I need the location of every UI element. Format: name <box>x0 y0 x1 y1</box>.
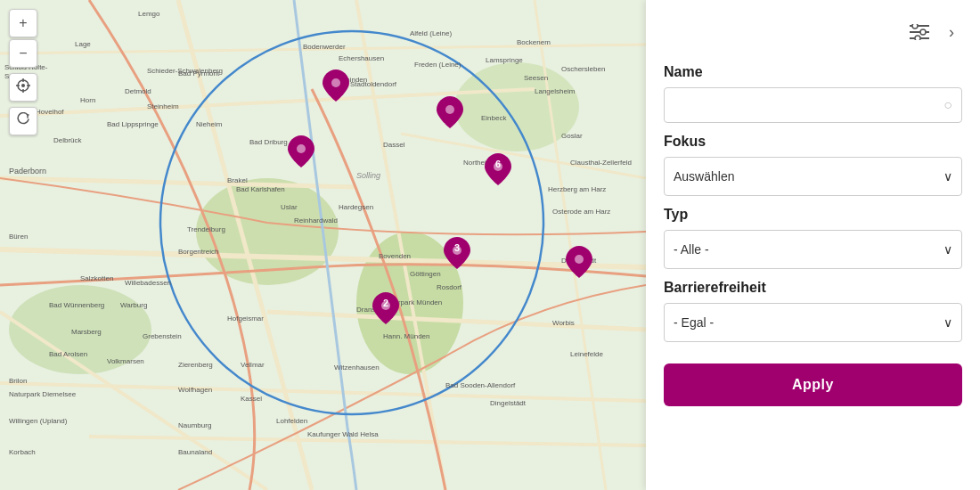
fokus-label: Fokus <box>664 134 962 150</box>
zoom-in-button[interactable]: + <box>9 9 37 37</box>
svg-point-99 <box>331 78 340 87</box>
typ-select[interactable]: - Alle - ∨ <box>664 230 962 269</box>
name-clear-icon[interactable]: ○ <box>943 97 952 113</box>
marker-7-label: 2 <box>383 298 388 308</box>
name-input[interactable] <box>674 98 943 112</box>
svg-text:Clausthal-Zellerfeld: Clausthal-Zellerfeld <box>570 159 632 167</box>
svg-text:Brilon: Brilon <box>9 377 27 385</box>
svg-text:Naumburg: Naumburg <box>178 421 211 429</box>
barrierefreiheit-value: - Egal - <box>674 315 714 330</box>
svg-text:Volkmarsen: Volkmarsen <box>107 357 144 365</box>
typ-label: Typ <box>664 207 962 223</box>
svg-point-110 <box>920 29 926 35</box>
barrierefreiheit-label: Barrierefreiheit <box>664 280 962 296</box>
map-marker-3[interactable] <box>288 135 314 171</box>
svg-text:Wolfhagen: Wolfhagen <box>178 386 212 394</box>
svg-text:Nieheim: Nieheim <box>196 120 223 128</box>
svg-text:Trendelburg: Trendelburg <box>187 225 225 233</box>
svg-text:Büren: Büren <box>9 233 28 241</box>
svg-text:Stadtoldendorf: Stadtoldendorf <box>350 80 397 88</box>
map-marker-2[interactable] <box>437 96 463 132</box>
zoom-out-button[interactable]: − <box>9 39 37 68</box>
fokus-select[interactable]: Auswählen ∨ <box>664 157 962 196</box>
svg-text:Witzenhausen: Witzenhausen <box>334 363 380 372</box>
svg-text:Oschersleben: Oschersleben <box>561 65 605 73</box>
map-marker-6[interactable] <box>566 246 592 282</box>
svg-text:Hardegsen: Hardegsen <box>339 203 373 211</box>
svg-text:Goslar: Goslar <box>561 132 583 140</box>
locate-button[interactable] <box>9 73 37 102</box>
svg-text:Lamspringe: Lamspringe <box>486 56 523 64</box>
fokus-chevron-icon: ∨ <box>943 169 952 184</box>
zoom-in-icon: + <box>19 15 27 31</box>
svg-text:Bad Sooden-Allendorf: Bad Sooden-Allendorf <box>445 381 516 389</box>
svg-text:Brakel: Brakel <box>227 176 248 184</box>
svg-text:Einbeck: Einbeck <box>481 114 507 122</box>
svg-text:Paderborn: Paderborn <box>9 167 46 176</box>
svg-text:Dingelstädt: Dingelstädt <box>490 399 527 407</box>
name-label: Name <box>664 64 962 80</box>
zoom-out-icon: − <box>19 45 27 61</box>
map-container: Paderborn Horn Bad Pyrmont Bodenwerder A… <box>0 0 646 490</box>
svg-text:Freden (Leine): Freden (Leine) <box>414 61 461 69</box>
map-marker-4[interactable]: 6 <box>485 153 511 189</box>
svg-point-109 <box>912 24 918 29</box>
fokus-value: Auswählen <box>674 169 735 184</box>
svg-text:Leinefelde: Leinefelde <box>570 350 603 358</box>
svg-text:Naturpark Diemelsee: Naturpark Diemelsee <box>9 390 77 398</box>
svg-point-100 <box>445 105 454 114</box>
typ-chevron-icon: ∨ <box>943 242 952 257</box>
svg-text:Lage: Lage <box>75 40 91 48</box>
svg-point-104 <box>575 255 584 264</box>
svg-text:Marsberg: Marsberg <box>71 328 102 336</box>
svg-text:Uslar: Uslar <box>281 203 298 211</box>
svg-point-111 <box>915 36 920 40</box>
svg-text:Lemgo: Lemgo <box>138 10 160 18</box>
svg-text:Korbach: Korbach <box>9 448 36 456</box>
filter-icon <box>910 24 929 40</box>
refresh-icon <box>16 112 30 130</box>
svg-text:Kassel: Kassel <box>241 395 262 403</box>
barrierefreiheit-select[interactable]: - Egal - ∨ <box>664 303 962 342</box>
svg-text:Rosdorf: Rosdorf <box>437 283 462 291</box>
svg-text:Bad Lippspringe: Bad Lippspringe <box>107 120 159 128</box>
svg-text:Bovenden: Bovenden <box>379 252 411 260</box>
name-input-wrapper[interactable]: ○ <box>664 87 962 123</box>
svg-text:Borgentreich: Borgentreich <box>178 248 218 256</box>
svg-text:Grebenstein: Grebenstein <box>143 332 182 340</box>
svg-text:Osterode am Harz: Osterode am Harz <box>552 208 610 216</box>
svg-text:Hofgeismar: Hofgeismar <box>227 314 264 323</box>
apply-button[interactable]: Apply <box>664 363 962 406</box>
svg-text:Kaufunger Wald Helsa: Kaufunger Wald Helsa <box>307 430 379 438</box>
locate-icon <box>16 78 30 96</box>
refresh-button[interactable] <box>9 107 37 135</box>
svg-text:Hovelhof: Hovelhof <box>36 108 64 116</box>
svg-text:Bad Karlshafen: Bad Karlshafen <box>236 185 285 193</box>
map-marker-7[interactable]: 2 <box>372 292 399 328</box>
svg-text:Bad Driburg: Bad Driburg <box>249 138 288 146</box>
svg-text:Zierenberg: Zierenberg <box>178 361 213 369</box>
map-marker-5[interactable]: 3 <box>444 237 470 273</box>
svg-text:Horn: Horn <box>80 96 95 104</box>
typ-value: - Alle - <box>674 242 709 257</box>
svg-text:Lohfelden: Lohfelden <box>276 417 307 425</box>
svg-text:Willingen (Upland): Willingen (Upland) <box>9 417 68 425</box>
chevron-right-icon: › <box>949 23 954 42</box>
svg-text:Bad Arolsen: Bad Arolsen <box>49 350 87 358</box>
collapse-sidebar-button[interactable]: › <box>941 18 962 46</box>
map-controls: + − <box>9 9 37 135</box>
svg-text:Seesen: Seesen <box>524 74 548 82</box>
map-marker-1[interactable] <box>323 69 349 105</box>
filter-icon-button[interactable] <box>905 18 934 46</box>
svg-text:Vellmar: Vellmar <box>241 361 265 369</box>
svg-text:Alfeld (Leine): Alfeld (Leine) <box>410 29 452 37</box>
svg-text:Echershausen: Echershausen <box>339 54 384 62</box>
marker-5-label: 3 <box>454 242 460 253</box>
svg-text:Reinhardwald: Reinhardwald <box>294 216 338 225</box>
svg-text:Willebadessen: Willebadessen <box>125 279 171 287</box>
svg-text:Solling: Solling <box>356 171 380 180</box>
svg-text:Worbis: Worbis <box>552 319 575 327</box>
sidebar: › Name ○ Fokus Auswählen ∨ Typ - Alle - … <box>646 0 980 490</box>
svg-text:Bad Wünnenberg: Bad Wünnenberg <box>49 301 104 309</box>
svg-text:Steinheim: Steinheim <box>147 102 179 110</box>
